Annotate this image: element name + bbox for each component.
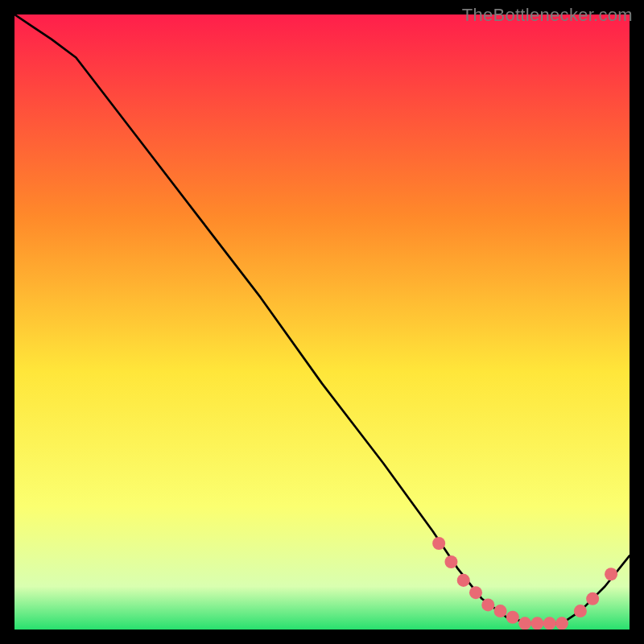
marker-dot [506, 611, 519, 624]
watermark-text: TheBottlenecker.com [462, 5, 633, 26]
chart-background [14, 14, 630, 630]
marker-dot [555, 617, 568, 630]
marker-dot [530, 617, 543, 630]
marker-dot [543, 617, 556, 630]
marker-dot [469, 586, 482, 599]
chart-svg [14, 14, 630, 630]
marker-dot [494, 605, 507, 617]
marker-dot [518, 617, 531, 630]
marker-dot [605, 568, 617, 580]
marker-dot [457, 574, 470, 587]
marker-dot [444, 555, 457, 568]
chart-plot [14, 14, 630, 630]
marker-dot [586, 592, 599, 605]
marker-dot [481, 598, 494, 611]
marker-dot [574, 605, 587, 617]
chart-stage: TheBottlenecker.com [0, 0, 644, 644]
marker-dot [432, 537, 445, 550]
